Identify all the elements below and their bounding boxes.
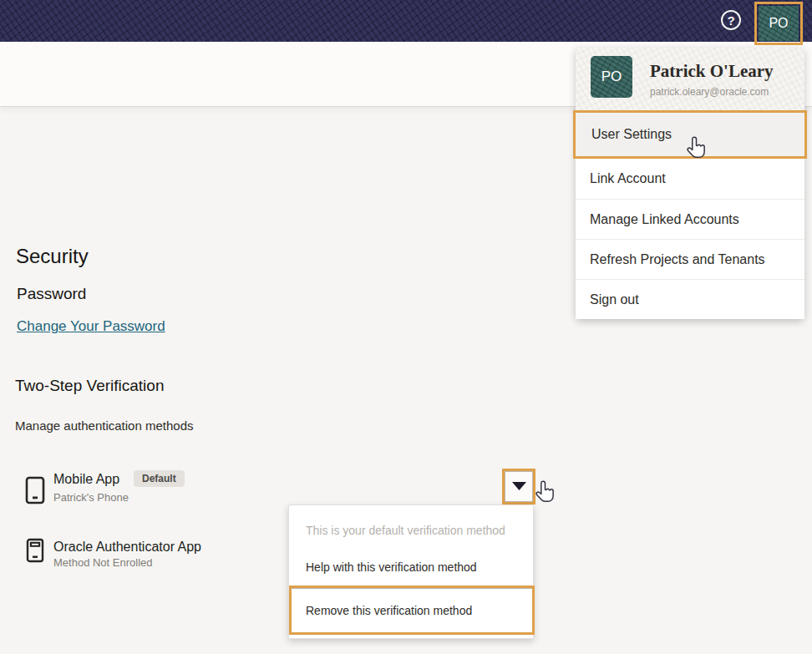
menu-item-sign-out[interactable]: Sign out bbox=[576, 279, 804, 319]
remove-method-label: Remove this verification method bbox=[306, 604, 472, 617]
menu-item-help-method[interactable]: Help with this verification method bbox=[289, 549, 533, 586]
default-badge: Default bbox=[134, 470, 185, 487]
menu-item-remove-method[interactable]: Remove this verification method bbox=[289, 586, 535, 635]
password-section-title: Password bbox=[17, 285, 86, 303]
user-full-name: Patrick O'Leary bbox=[650, 61, 774, 82]
mobile-phone-icon bbox=[25, 476, 45, 508]
method-actions-dropdown-button[interactable] bbox=[505, 471, 533, 502]
method-subtitle-mobile-app: Patrick's Phone bbox=[53, 491, 129, 504]
help-glyph: ? bbox=[727, 13, 734, 28]
arrow-highlight-box bbox=[502, 469, 535, 504]
method-subtitle-authenticator: Method Not Enrolled bbox=[53, 556, 153, 569]
menu-item-refresh-projects-tenants[interactable]: Refresh Projects and Tenants bbox=[576, 239, 804, 279]
user-menu-avatar: PO bbox=[591, 56, 632, 98]
method-actions-menu: This is your default verification method… bbox=[288, 504, 534, 639]
dropdown-arrow-icon bbox=[512, 479, 526, 494]
help-icon[interactable]: ? bbox=[721, 10, 741, 30]
avatar-initials: PO bbox=[769, 16, 788, 31]
user-email: patrick.oleary@oracle.com bbox=[650, 86, 769, 98]
menu-item-default-method-info: This is your default verification method bbox=[289, 512, 533, 549]
user-dropdown-menu: PO Patrick O'Leary patrick.oleary@oracle… bbox=[576, 48, 804, 319]
authenticator-app-icon bbox=[26, 538, 44, 566]
method-name-authenticator: Oracle Authenticator App bbox=[53, 540, 201, 555]
menu-item-manage-linked-accounts[interactable]: Manage Linked Accounts bbox=[576, 199, 804, 239]
user-info-header: PO Patrick O'Leary patrick.oleary@oracle… bbox=[576, 48, 804, 110]
menu-separator bbox=[292, 588, 532, 589]
avatar-initials: PO bbox=[601, 68, 622, 85]
hand-cursor-icon bbox=[683, 135, 708, 165]
method-name-mobile-app: Mobile App bbox=[53, 472, 119, 487]
avatar-highlight-box: PO bbox=[754, 2, 803, 45]
page-title: Security bbox=[16, 245, 89, 268]
two-step-section-title: Two-Step Verification bbox=[15, 377, 164, 395]
manage-methods-label: Manage authentication methods bbox=[15, 418, 193, 433]
change-password-link[interactable]: Change Your Password bbox=[17, 318, 165, 335]
user-avatar-button[interactable]: PO bbox=[759, 6, 799, 41]
hand-cursor-icon bbox=[531, 479, 556, 510]
user-settings-security-page: ? PO Security Password Change Your Passw… bbox=[0, 0, 812, 654]
top-header-bar: ? bbox=[0, 0, 812, 42]
